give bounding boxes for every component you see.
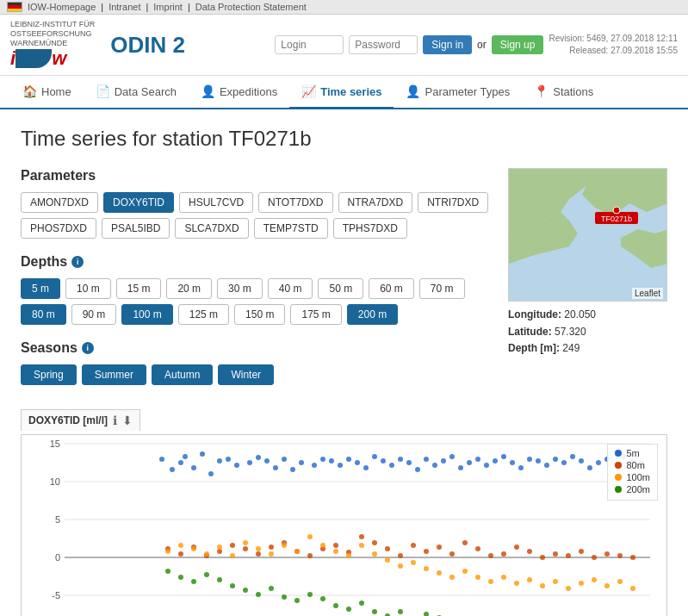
nav-data-search[interactable]: 📄 Data Search — [84, 76, 189, 109]
param-psal5ibd[interactable]: PSAL5IBD — [102, 218, 170, 239]
param-doxy6tid[interactable]: DOXY6TID — [103, 192, 174, 213]
chart-download-icon[interactable]: ⬇ — [122, 414, 133, 427]
password-input[interactable] — [349, 35, 418, 54]
svg-point-32 — [200, 451, 205, 457]
chart-svg: 15 10 5 0 -5 -10 1960 1970 1980 1990 200… — [65, 444, 658, 616]
iow-homepage-link[interactable]: IOW-Homepage — [28, 2, 96, 12]
svg-point-130 — [294, 549, 300, 554]
svg-point-150 — [553, 579, 558, 584]
svg-point-173 — [372, 609, 377, 614]
longitude-row: Longitude: 20.050 — [508, 307, 667, 323]
season-summer[interactable]: Summer — [82, 364, 146, 385]
depth-150m[interactable]: 150 m — [234, 304, 285, 325]
param-ntot7dxd[interactable]: NTOT7DXD — [258, 192, 332, 213]
depths-info-icon[interactable]: i — [71, 256, 84, 268]
svg-point-162 — [230, 583, 235, 588]
svg-point-72 — [553, 457, 558, 462]
svg-point-106 — [462, 540, 468, 545]
depth-90m[interactable]: 90 m — [71, 304, 117, 325]
depth-row: Depth [m]: 249 — [508, 340, 667, 357]
svg-point-96 — [333, 543, 338, 548]
parameters-section: Parameters AMON7DXD DOXY6TID HSUL7CVD NT… — [21, 168, 491, 239]
svg-point-88 — [230, 543, 235, 548]
nav-data-search-label: Data Search — [115, 85, 177, 98]
svg-point-133 — [333, 549, 338, 554]
param-tphs7dxd[interactable]: TPHS7DXD — [333, 218, 407, 239]
depth-50m[interactable]: 50 m — [318, 278, 363, 299]
depth-15m[interactable]: 15 m — [116, 278, 162, 299]
home-icon: 🏠 — [22, 84, 37, 98]
season-winter[interactable]: Winter — [218, 364, 274, 385]
depth-40m[interactable]: 40 m — [268, 278, 313, 299]
depth-125m[interactable]: 125 m — [178, 304, 229, 325]
depth-30m[interactable]: 30 m — [217, 278, 263, 299]
nav-parameter-types[interactable]: 👤 Parameter Types — [394, 76, 522, 109]
data-protection-link[interactable]: Data Protection Statement — [195, 2, 307, 12]
depth-200m[interactable]: 200 m — [347, 304, 398, 325]
svg-point-152 — [579, 581, 584, 586]
svg-point-168 — [307, 592, 313, 597]
svg-point-109 — [501, 551, 506, 557]
svg-point-71 — [544, 463, 549, 468]
param-hsul7cvd[interactable]: HSUL7CVD — [179, 192, 253, 213]
depth-175m[interactable]: 175 m — [290, 304, 341, 325]
param-amon7dxd[interactable]: AMON7DXD — [21, 192, 98, 213]
nav-stations-label: Stations — [553, 85, 593, 98]
nav-expeditions[interactable]: 👤 Expeditions — [189, 76, 289, 109]
nav-home[interactable]: 🏠 Home — [10, 76, 84, 109]
param-ntri7dxd[interactable]: NTRI7DXD — [418, 192, 488, 213]
svg-point-7 — [613, 207, 620, 214]
chart-info-icon[interactable]: ℹ — [113, 414, 117, 427]
svg-point-67 — [510, 460, 515, 465]
svg-point-125 — [230, 553, 235, 558]
param-tags: AMON7DXD DOXY6TID HSUL7CVD NTOT7DXD NTRA… — [21, 192, 491, 239]
header-left: LEIBNIZ-INSTITUT FÜR OSTSEEFORSCHUNG WAR… — [10, 20, 185, 70]
svg-point-45 — [320, 457, 325, 462]
depth-100m[interactable]: 100 m — [121, 304, 172, 325]
svg-point-91 — [269, 544, 274, 550]
season-spring[interactable]: Spring — [21, 364, 77, 385]
legend-200m: 200m — [615, 484, 650, 495]
intranet-link[interactable]: Intranet — [108, 2, 140, 12]
leaflet-attribution[interactable]: Leaflet — [632, 288, 663, 299]
nav-stations[interactable]: 📍 Stations — [522, 76, 605, 109]
depths-title: Depths i — [21, 254, 491, 270]
seasons-info-icon[interactable]: i — [82, 342, 94, 354]
sign-in-button[interactable]: Sign in — [423, 35, 472, 54]
sign-up-button[interactable]: Sign up — [492, 35, 544, 54]
svg-point-52 — [381, 458, 386, 464]
legend-label-80m: 80m — [626, 460, 644, 470]
depth-20m[interactable]: 20 m — [166, 278, 212, 299]
svg-point-75 — [579, 458, 584, 464]
svg-point-27 — [159, 457, 164, 462]
param-phos7dxd[interactable]: PHOS7DXD — [21, 218, 96, 239]
imprint-link[interactable]: Imprint — [153, 2, 183, 12]
svg-point-115 — [579, 549, 584, 554]
svg-point-77 — [596, 460, 601, 465]
svg-point-127 — [256, 546, 261, 551]
svg-point-153 — [592, 577, 597, 582]
parameter-types-icon: 👤 — [406, 84, 420, 98]
depth-70m[interactable]: 70 m — [419, 278, 465, 299]
depth-80m[interactable]: 80 m — [21, 304, 66, 325]
map-svg: TF0271b — [509, 169, 667, 302]
param-slca7dxd[interactable]: SLCA7DXD — [175, 218, 248, 239]
param-ntra7dxd[interactable]: NTRA7DXD — [338, 192, 413, 213]
svg-point-44 — [312, 463, 317, 468]
svg-point-149 — [540, 583, 545, 588]
depth-10m[interactable]: 10 m — [65, 278, 111, 299]
header: LEIBNIZ-INSTITUT FÜR OSTSEEFORSCHUNG WAR… — [0, 15, 688, 76]
nav-time-series[interactable]: 📈 Time series — [289, 76, 394, 109]
season-autumn[interactable]: Autumn — [152, 364, 213, 385]
svg-point-41 — [282, 457, 287, 462]
param-temp7std[interactable]: TEMP7STD — [254, 218, 328, 239]
svg-point-116 — [592, 555, 597, 560]
depth-60m[interactable]: 60 m — [369, 278, 414, 299]
svg-point-99 — [372, 540, 377, 545]
map-container[interactable]: TF0271b Leaflet — [508, 168, 667, 302]
login-input[interactable] — [275, 35, 344, 54]
svg-point-165 — [269, 586, 274, 591]
latitude-row: Latitude: 57.320 — [508, 324, 667, 340]
svg-point-103 — [424, 549, 429, 554]
depth-5m[interactable]: 5 m — [21, 278, 60, 299]
